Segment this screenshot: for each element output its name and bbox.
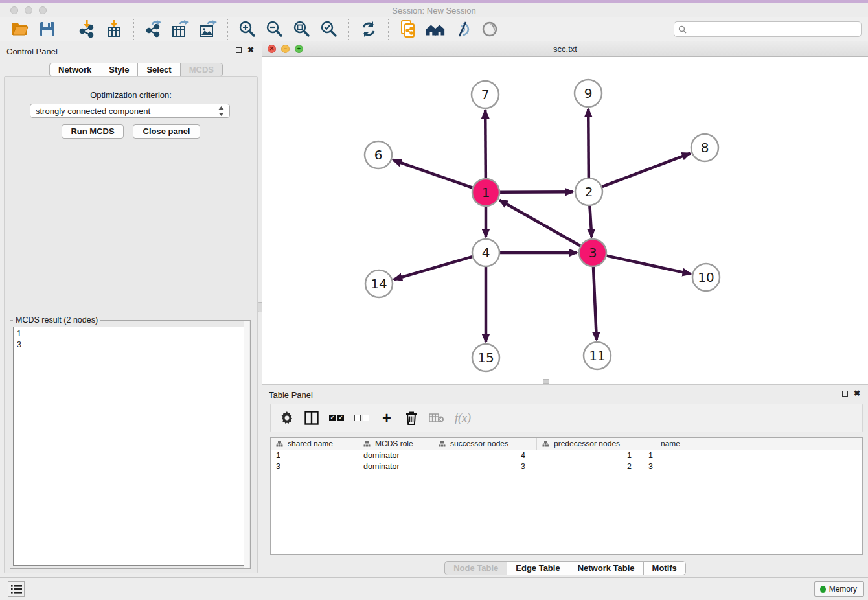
graph-edge-1-6[interactable] <box>393 160 473 188</box>
table-toolbar: ✓✓ + f(x) <box>270 404 863 432</box>
fit-content-icon[interactable] <box>291 19 312 39</box>
network-titlebar: ✕ − + scc.txt <box>262 41 868 57</box>
float-table-panel-icon[interactable] <box>842 391 848 397</box>
select-all-rows-icon[interactable]: ✓✓ <box>329 415 344 421</box>
network-window: ✕ − + scc.txt 7968124314101511 <box>262 41 868 384</box>
network-graph[interactable]: 7968124314101511 <box>262 57 868 384</box>
network-maximize-icon[interactable]: + <box>295 45 303 53</box>
show-columns-icon[interactable] <box>304 411 319 425</box>
tab-network[interactable]: Network <box>49 63 100 76</box>
graph-edge-1-7[interactable] <box>485 110 486 178</box>
tab-select[interactable]: Select <box>137 63 180 76</box>
graph-node-4[interactable]: 4 <box>472 239 499 266</box>
column-header[interactable]: predecessor nodes <box>537 438 643 450</box>
graph-node-10[interactable]: 10 <box>692 264 720 291</box>
tab-mcds[interactable]: MCDS <box>180 63 223 76</box>
network-scrollbar-handle[interactable] <box>543 379 549 384</box>
mcds-tab-content: Optimization criterion: strongly connect… <box>4 76 258 573</box>
graph-edge-1-2[interactable] <box>500 192 573 192</box>
graph-edge-4-14[interactable] <box>394 257 472 279</box>
table-row[interactable]: 3dominator323 <box>271 461 862 472</box>
add-row-icon[interactable]: + <box>380 411 394 424</box>
birds-eye-view-icon[interactable] <box>479 19 500 39</box>
save-session-icon[interactable] <box>37 19 58 39</box>
network-canvas[interactable]: 7968124314101511 <box>262 57 868 384</box>
column-header[interactable]: shared name <box>271 438 358 450</box>
network-minimize-icon[interactable]: − <box>281 45 290 53</box>
graph-node-11[interactable]: 11 <box>584 342 611 369</box>
main-toolbar <box>0 17 868 41</box>
search-field[interactable] <box>674 21 862 37</box>
tab-node-table[interactable]: Node Table <box>444 561 507 575</box>
import-table-icon[interactable] <box>104 19 124 39</box>
graph-edge-3-1[interactable] <box>499 200 580 246</box>
column-header[interactable]: name <box>643 438 698 450</box>
close-table-panel-icon[interactable]: ✖ <box>854 389 860 397</box>
graph-node-9[interactable]: 9 <box>575 80 602 107</box>
settings-icon[interactable] <box>280 411 294 424</box>
apply-layout-icon[interactable] <box>358 19 379 39</box>
table-cell: 3 <box>643 461 698 472</box>
graph-node-8[interactable]: 8 <box>691 134 718 161</box>
zoom-in-icon[interactable] <box>237 19 258 39</box>
tab-network-table[interactable]: Network Table <box>569 561 644 575</box>
toolbar-separator <box>227 19 228 40</box>
open-session-icon[interactable] <box>10 19 30 39</box>
close-panel-button[interactable]: Close panel <box>133 124 200 139</box>
svg-text:6: 6 <box>374 147 383 163</box>
graph-edge-3-11[interactable] <box>593 267 597 340</box>
graph-node-14[interactable]: 14 <box>365 270 393 297</box>
svg-text:4: 4 <box>482 245 490 260</box>
tab-edge-table[interactable]: Edge Table <box>507 561 569 575</box>
toolbar-separator <box>67 19 67 40</box>
graph-node-3[interactable]: 3 <box>579 239 606 266</box>
graph-edge-3-10[interactable] <box>606 256 691 274</box>
clone-network-icon[interactable] <box>398 19 418 39</box>
run-mcds-button[interactable]: Run MCDS <box>62 124 124 139</box>
graph-node-15[interactable]: 15 <box>472 344 499 371</box>
control-panel: Control Panel ✖ NetworkStyleSelectMCDS O… <box>0 41 262 577</box>
export-table-icon[interactable] <box>170 19 191 39</box>
delete-rows-icon[interactable] <box>404 411 418 425</box>
column-header[interactable]: successor nodes <box>433 438 537 450</box>
close-panel-icon[interactable]: ✖ <box>247 46 254 54</box>
show-hide-graphics-details-icon[interactable] <box>452 19 473 39</box>
tab-style[interactable]: Style <box>100 63 138 76</box>
svg-text:8: 8 <box>701 140 709 156</box>
task-history-button[interactable] <box>8 581 25 597</box>
graph-edge-2-8[interactable] <box>602 154 691 187</box>
graph-node-6[interactable]: 6 <box>365 141 392 168</box>
table-cell: 3 <box>271 461 358 472</box>
search-icon <box>678 25 687 34</box>
zoom-out-icon[interactable] <box>264 19 285 39</box>
search-input[interactable] <box>690 25 857 34</box>
float-panel-icon[interactable] <box>236 47 242 53</box>
memory-button[interactable]: Memory <box>814 581 864 597</box>
graph-node-7[interactable]: 7 <box>472 81 499 108</box>
export-network-icon[interactable] <box>143 19 164 39</box>
mcds-result-text[interactable]: 13 <box>13 327 247 566</box>
svg-text:7: 7 <box>481 87 490 102</box>
tab-motifs[interactable]: Motifs <box>643 561 686 575</box>
control-panel-title: Control Panel <box>6 47 58 56</box>
node-table[interactable]: shared nameMCDS rolesuccessor nodesprede… <box>270 437 863 555</box>
fit-selected-icon[interactable] <box>319 19 339 39</box>
graph-edge-2-3[interactable] <box>589 206 591 237</box>
table-cell: 1 <box>537 450 643 461</box>
table-row[interactable]: 1dominator411 <box>271 450 862 461</box>
graph-node-2[interactable]: 2 <box>575 178 602 205</box>
result-scrollbar[interactable] <box>244 321 249 568</box>
import-network-icon[interactable] <box>76 19 97 39</box>
criterion-select[interactable]: strongly connected component <box>30 104 230 118</box>
graph-edge-2-9[interactable] <box>588 109 589 178</box>
network-title: scc.txt <box>262 44 868 54</box>
status-bar: Memory <box>0 577 868 600</box>
column-header[interactable]: MCDS role <box>358 438 433 450</box>
home-icon[interactable] <box>425 19 446 39</box>
table-cell: 4 <box>433 450 537 461</box>
deselect-all-rows-icon[interactable] <box>354 415 369 421</box>
graph-node-1[interactable]: 1 <box>472 179 499 206</box>
export-image-icon[interactable] <box>198 19 218 39</box>
network-close-icon[interactable]: ✕ <box>268 45 276 53</box>
unchecked-box-icon <box>354 415 361 421</box>
